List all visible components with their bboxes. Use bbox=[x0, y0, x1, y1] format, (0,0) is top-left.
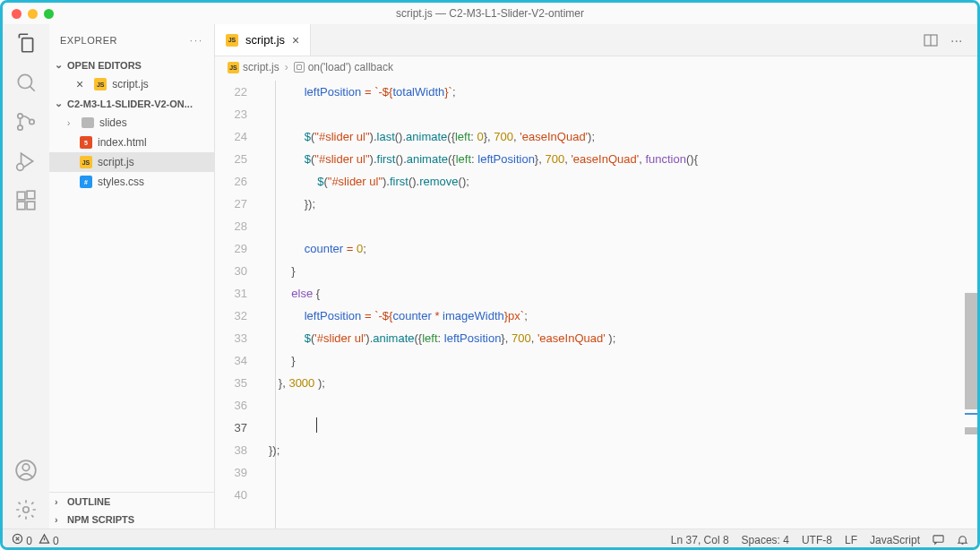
open-editors-section[interactable]: ⌄OPEN EDITORS bbox=[49, 56, 214, 74]
svg-point-4 bbox=[17, 164, 24, 171]
split-editor-icon[interactable] bbox=[924, 33, 938, 47]
status-indent[interactable]: Spaces: 4 bbox=[742, 534, 789, 546]
window-title: script.js — C2-M3-L1-Slider-V2-ontimer bbox=[3, 7, 977, 20]
js-file-icon: JS bbox=[80, 156, 92, 168]
svg-point-11 bbox=[23, 507, 30, 513]
search-icon[interactable] bbox=[14, 71, 38, 94]
status-language[interactable]: JavaScript bbox=[870, 534, 920, 546]
status-encoding[interactable]: UTF-8 bbox=[802, 534, 832, 546]
npm-scripts-section[interactable]: ›NPM SCRIPTS bbox=[49, 511, 214, 529]
tab-more-icon[interactable]: ··· bbox=[950, 33, 965, 47]
close-tab-icon[interactable]: × bbox=[292, 33, 299, 47]
breadcrumb-file[interactable]: JS script.js bbox=[228, 61, 279, 73]
file-script-js[interactable]: JS script.js bbox=[49, 152, 214, 172]
js-file-icon: JS bbox=[228, 62, 239, 73]
line-numbers: 22232425262728293031323334353637383940 bbox=[215, 78, 263, 529]
folder-icon bbox=[82, 117, 94, 128]
source-control-icon[interactable] bbox=[14, 110, 38, 133]
window-controls[interactable] bbox=[12, 9, 54, 19]
js-file-icon: JS bbox=[226, 34, 238, 47]
debug-icon[interactable] bbox=[14, 150, 38, 173]
activity-bar bbox=[3, 24, 49, 529]
gear-icon[interactable] bbox=[14, 498, 38, 521]
breadcrumb-symbol[interactable]: on('load') callback bbox=[294, 61, 393, 73]
svg-rect-15 bbox=[933, 536, 943, 542]
explorer-icon[interactable] bbox=[14, 31, 38, 55]
bell-icon[interactable] bbox=[957, 534, 968, 546]
code-content[interactable]: leftPosition = `-${totalWidth}`; $("#sli… bbox=[263, 78, 977, 529]
file-styles-css[interactable]: # styles.css bbox=[49, 172, 214, 192]
tab-script-js[interactable]: JS script.js × bbox=[215, 24, 311, 56]
zoom-dot-icon[interactable] bbox=[44, 9, 54, 19]
open-editor-item[interactable]: × JS script.js bbox=[49, 74, 214, 94]
svg-rect-5 bbox=[17, 192, 25, 200]
symbol-icon bbox=[294, 62, 305, 73]
status-eol[interactable]: LF bbox=[845, 534, 857, 546]
sidebar-more-icon[interactable]: ··· bbox=[190, 35, 203, 46]
js-file-icon: JS bbox=[94, 78, 107, 90]
svg-point-2 bbox=[18, 125, 22, 130]
sidebar-title: EXPLORER bbox=[60, 35, 117, 46]
error-icon bbox=[12, 533, 23, 545]
minimap[interactable] bbox=[965, 132, 977, 529]
warning-icon bbox=[39, 533, 50, 545]
css-file-icon: # bbox=[80, 176, 92, 188]
svg-point-1 bbox=[18, 114, 22, 118]
html-file-icon: 5 bbox=[80, 136, 92, 149]
editor-body[interactable]: 22232425262728293031323334353637383940 l… bbox=[215, 78, 977, 529]
breadcrumb[interactable]: JS script.js › on('load') callback bbox=[215, 56, 977, 78]
close-icon[interactable]: × bbox=[76, 77, 83, 91]
minimap-cursor bbox=[965, 427, 977, 434]
editor-area: JS script.js × ··· JS script.js › on('lo… bbox=[215, 24, 977, 529]
status-problems[interactable]: 0 0 bbox=[12, 533, 59, 547]
account-icon[interactable] bbox=[14, 459, 38, 482]
svg-point-10 bbox=[22, 464, 30, 471]
sidebar: EXPLORER ··· ⌄OPEN EDITORS × JS script.j… bbox=[49, 24, 215, 529]
svg-rect-8 bbox=[27, 191, 35, 199]
svg-point-0 bbox=[18, 74, 31, 88]
scrollbar-thumb[interactable] bbox=[965, 293, 977, 409]
titlebar: script.js — C2-M3-L1-Slider-V2-ontimer bbox=[3, 3, 977, 24]
chevron-right-icon: › bbox=[285, 61, 288, 73]
file-index-html[interactable]: 5 index.html bbox=[49, 133, 214, 152]
svg-rect-6 bbox=[17, 202, 25, 210]
svg-rect-7 bbox=[27, 202, 35, 210]
minimap-marker bbox=[965, 413, 977, 415]
minimize-dot-icon[interactable] bbox=[28, 9, 38, 19]
editor-tabs: JS script.js × ··· bbox=[215, 24, 977, 56]
extensions-icon[interactable] bbox=[14, 189, 38, 212]
project-section[interactable]: ⌄C2-M3-L1-SLIDER-V2-ON... bbox=[49, 94, 214, 113]
status-cursor-pos[interactable]: Ln 37, Col 8 bbox=[671, 534, 729, 546]
svg-point-3 bbox=[30, 119, 34, 124]
folder-slides[interactable]: › slides bbox=[49, 113, 214, 133]
feedback-icon[interactable] bbox=[933, 534, 944, 546]
status-bar: 0 0 Ln 37, Col 8 Spaces: 4 UTF-8 LF Java… bbox=[3, 529, 977, 550]
outline-section[interactable]: ›OUTLINE bbox=[49, 493, 214, 511]
close-dot-icon[interactable] bbox=[12, 9, 21, 19]
text-cursor bbox=[316, 417, 317, 433]
